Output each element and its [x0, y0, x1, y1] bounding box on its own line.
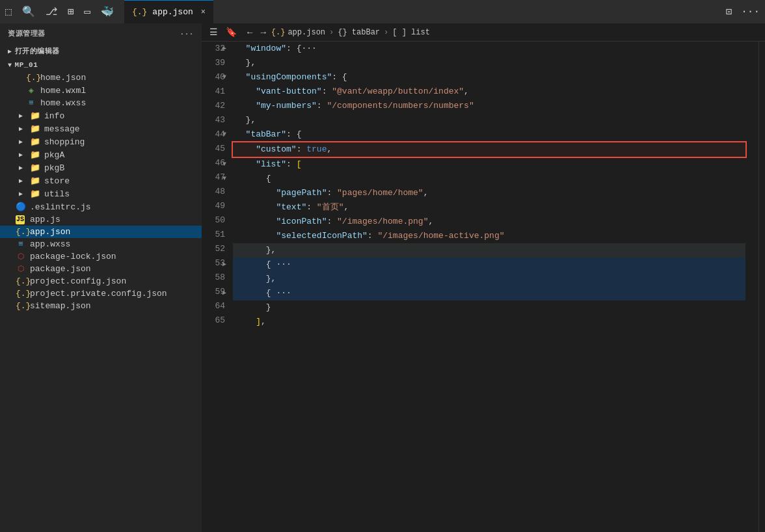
code-line-52: },: [233, 243, 745, 258]
tree-item-home-json[interactable]: {.} home.json: [0, 72, 202, 84]
tree-item-utils[interactable]: ▶ 📁 utils: [0, 187, 202, 200]
fold-btn-59[interactable]: ▶: [222, 286, 226, 300]
code-line-51: "selectedIconPath": "/images/home-active…: [233, 229, 745, 243]
sidebar: 资源管理器 ··· ▶ 打开的编辑器 ▼ MP_01 {.}: [0, 23, 202, 532]
breadcrumb-list: [ ] list: [392, 28, 430, 37]
utils-folder-icon: 📁: [30, 189, 40, 199]
search-icon[interactable]: 🔍: [22, 5, 35, 18]
code-line-46: ▼ "list": [: [233, 157, 745, 172]
tree-item-appjs[interactable]: JS app.js: [0, 213, 202, 226]
sidebar-header-actions: ···: [180, 30, 194, 38]
line-num-48: 48: [207, 185, 225, 199]
expand-icon: ▶: [16, 112, 26, 120]
json-file-icon4: {.}: [16, 301, 26, 311]
forward-button[interactable]: →: [258, 27, 268, 38]
code-line-50: "iconPath": "/images/home.png",: [233, 215, 745, 229]
line-num-43: 43: [207, 113, 225, 127]
fold-btn-53[interactable]: ▶: [222, 258, 226, 272]
tree-item-label: package.json: [30, 264, 91, 274]
npm-file-icon2: ⬡: [16, 264, 26, 274]
code-line-58: },: [233, 272, 745, 286]
tree-item-appwxss[interactable]: ≡ app.wxss: [0, 238, 202, 250]
project-section[interactable]: ▼ MP_01: [0, 59, 202, 72]
fold-btn-40[interactable]: ▼: [222, 70, 226, 85]
line-num-50: 50: [207, 213, 225, 228]
code-line-39: },: [233, 56, 745, 70]
tree-item-label: project.config.json: [30, 276, 126, 286]
back-button[interactable]: ←: [245, 27, 255, 38]
code-line-41: "vant-button": "@vant/weapp/button/index…: [233, 85, 745, 99]
breadcrumb-file-icon: {.}: [271, 28, 286, 37]
code-line-43: },: [233, 113, 745, 127]
expand-icon: ▶: [16, 190, 26, 198]
bookmark-icon[interactable]: 🔖: [226, 27, 237, 38]
npm-file-icon: ⬡: [16, 252, 26, 261]
tree-item-label: message: [44, 124, 80, 134]
extensions-icon[interactable]: ⊞: [68, 5, 74, 18]
breadcrumb-tabbar: {} tabBar: [338, 28, 380, 37]
line-num-65: 65: [207, 313, 225, 328]
tree-item-label: home.wxml: [40, 86, 86, 96]
tree-item-package-lock[interactable]: ⬡ package-lock.json: [0, 250, 202, 263]
files-icon[interactable]: ⬚: [5, 5, 12, 18]
expand-icon: ▶: [16, 125, 26, 133]
code-line-65: ],: [233, 315, 745, 329]
docker-icon[interactable]: 🐳: [101, 5, 114, 18]
more-actions-icon[interactable]: ···: [741, 6, 760, 18]
tree-item-store[interactable]: ▶ 📁 store: [0, 174, 202, 187]
json-file-icon: {.}: [16, 227, 26, 237]
expand-icon: ▶: [16, 164, 26, 172]
tree-item-appjson[interactable]: {.} app.json: [0, 226, 202, 238]
tree-item-label: app.wxss: [30, 239, 70, 249]
tree-item-label: info: [44, 111, 64, 121]
tree-item-home-wxml[interactable]: ◈ home.wxml: [0, 84, 202, 97]
tree-item-project-private[interactable]: {.} project.private.config.json: [0, 287, 202, 300]
hamburger-icon[interactable]: ☰: [209, 27, 218, 38]
code-line-44: ▼ "tabBar": {: [233, 127, 745, 142]
app-json-tab[interactable]: {.} app.json ×: [124, 0, 213, 23]
line-num-49: 49: [207, 199, 225, 213]
tree-item-sitemap[interactable]: {.} sitemap.json: [0, 300, 202, 312]
minimap: [758, 42, 765, 532]
tree-item-eslintrc[interactable]: 🔵 .eslintrc.js: [0, 200, 202, 213]
breadcrumb-filename: app.json: [288, 28, 325, 37]
wxml-file-icon: ◈: [26, 85, 36, 96]
tree-item-label: home.json: [40, 73, 86, 83]
fold-btn-44[interactable]: ▼: [222, 127, 226, 142]
tree-item-home-wxss[interactable]: ≡ home.wxss: [0, 97, 202, 109]
tree-item-pkga[interactable]: ▶ 📁 pkgA: [0, 148, 202, 161]
tree-item-package-json[interactable]: ⬡ package.json: [0, 263, 202, 275]
editor-with-minimap: 32 39 40 41 42 43 44 45 46 47 48 49: [202, 42, 765, 532]
tab-close-button[interactable]: ×: [201, 8, 206, 17]
open-editors-section[interactable]: ▶ 打开的编辑器: [0, 44, 202, 59]
code-line-59: ▶ { ···: [233, 286, 745, 300]
project-chevron: ▼: [8, 62, 12, 69]
title-bar: ⬚ 🔍 ⎇ ⊞ ▭ 🐳 {.} app.json × ⊡ ···: [0, 0, 765, 23]
folder-icon: 📁: [30, 176, 40, 186]
tree-item-label: .eslintrc.js: [30, 202, 91, 212]
tree-item-label: sitemap.json: [30, 301, 91, 311]
fold-btn-32[interactable]: ▶: [222, 42, 226, 56]
breadcrumb-sep2: ›: [384, 28, 388, 37]
source-control-icon[interactable]: ⎇: [46, 5, 57, 18]
sidebar-header: 资源管理器 ···: [0, 23, 202, 44]
tree-item-message[interactable]: ▶ 📁 message: [0, 122, 202, 135]
tree-item-label: store: [44, 176, 70, 186]
folder-icon: 📁: [30, 124, 40, 134]
debug-icon[interactable]: ▭: [84, 5, 90, 18]
title-bar-right-icons: ⊡ ···: [726, 5, 760, 18]
tree-item-project-config[interactable]: {.} project.config.json: [0, 275, 202, 287]
wxss-file-icon: ≡: [16, 239, 26, 249]
folder-icon: 📁: [30, 137, 40, 147]
split-editor-icon[interactable]: ⊡: [726, 5, 732, 18]
code-editor[interactable]: 32 39 40 41 42 43 44 45 46 47 48 49: [202, 42, 758, 532]
sidebar-more-button[interactable]: ···: [180, 30, 194, 38]
tree-item-shopping[interactable]: ▶ 📁 shopping: [0, 135, 202, 148]
tree-item-label: pkgB: [44, 163, 64, 173]
breadcrumb-sep1: ›: [329, 28, 334, 37]
fold-btn-47[interactable]: ▼: [222, 172, 226, 186]
tree-item-label: utils: [44, 189, 70, 199]
tree-item-pkgb[interactable]: ▶ 📁 pkgB: [0, 161, 202, 174]
tree-item-info[interactable]: ▶ 📁 info: [0, 109, 202, 122]
fold-btn-46[interactable]: ▼: [222, 157, 226, 172]
